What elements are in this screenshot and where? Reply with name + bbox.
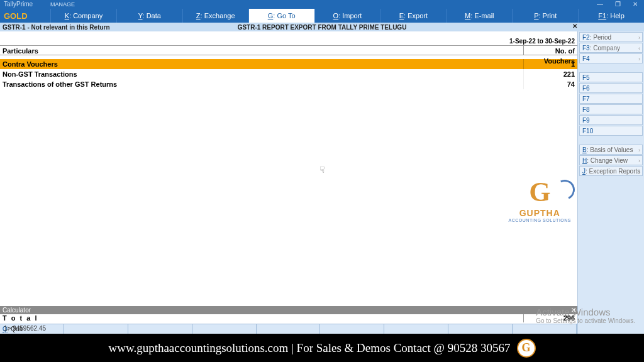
side-f2-period[interactable]: F2: Period› (579, 32, 643, 42)
side-f7[interactable]: F7 (579, 94, 643, 104)
col-vouchers: No. of Vouchers (523, 46, 577, 55)
close-button[interactable]: ✕ (626, 0, 644, 9)
column-header: Particulars No. of Vouchers (0, 45, 577, 55)
table-row[interactable]: Transactions of other GST Returns 74 (0, 79, 577, 89)
total-label: T o t a l (0, 313, 523, 322)
menu-items: K: Company Y: Data Z: Exchange G: Go To … (50, 9, 644, 23)
table-row[interactable]: Contra Vouchers 1 (0, 59, 577, 69)
report-close-icon[interactable]: ✕ (572, 23, 577, 30)
main-area: 1-Sep-22 to 30-Sep-22 Particulars No. of… (0, 31, 644, 334)
menu-data[interactable]: Y: Data (116, 9, 182, 23)
side-f3-company[interactable]: F3: Company‹ (579, 43, 643, 53)
maximize-button[interactable]: ❐ (609, 0, 626, 9)
footer-badge-icon: G (517, 339, 536, 358)
manage-label: MANAGE (50, 0, 75, 9)
side-exception-reports[interactable]: J: Exception Reports› (579, 166, 643, 176)
calculator-output: 1> 9459562.45 (0, 324, 580, 332)
row-label: Transactions of other GST Returns (0, 79, 523, 89)
col-particulars: Particulars (0, 46, 523, 55)
table-row[interactable]: Non-GST Transactions 221 (0, 69, 577, 79)
menu-import[interactable]: O: Import (314, 9, 380, 23)
menu-help[interactable]: F1: Help (578, 9, 644, 23)
footer-banner: www.gupthaaccountingsolutions.com | For … (0, 334, 644, 362)
menu-export[interactable]: E: Export (380, 9, 446, 23)
menu-goto[interactable]: G: Go To (248, 9, 314, 23)
window-controls: — ❐ ✕ (591, 0, 644, 9)
side-f9[interactable]: F9 (579, 115, 643, 125)
total-value: 296 (523, 313, 577, 322)
app-name: TallyPrime (0, 1, 33, 8)
report-subtitle: GSTR-1 - Not relevant in this Return (0, 24, 110, 31)
side-f10[interactable]: F10 (579, 126, 643, 136)
row-label: Contra Vouchers (0, 59, 523, 69)
menu-bar: GOLD K: Company Y: Data Z: Exchange G: G… (0, 9, 644, 23)
edition-label: GOLD (0, 11, 50, 21)
logo-sub: ACCOUNTING SOLUTIONS (509, 218, 571, 222)
watermark-logo: G GUPTHA ACCOUNTING SOLUTIONS (509, 176, 571, 222)
side-panel: F2: Period› F3: Company‹ F4› F5 F6 F7 F8… (577, 31, 644, 334)
footer-text: www.gupthaaccountingsolutions.com | For … (108, 341, 510, 355)
menu-exchange[interactable]: Z: Exchange (182, 9, 248, 23)
calculator-close-icon[interactable]: ✕ (571, 306, 576, 314)
report-header: GSTR-1 - Not relevant in this Return GST… (0, 23, 644, 31)
minimize-button[interactable]: — (591, 0, 609, 9)
logo-g: G (509, 176, 571, 208)
cursor-icon: ☟ (319, 165, 325, 175)
logo-name: GUPTHA (509, 208, 571, 218)
row-value: 1 (523, 59, 577, 69)
side-basis-values[interactable]: B: Basis of Values› (579, 145, 643, 155)
period-label: 1-Sep-22 to 30-Sep-22 (509, 38, 577, 45)
calculator-bar: Calculator ✕ (0, 306, 577, 314)
side-f6[interactable]: F6 (579, 83, 643, 93)
menu-print[interactable]: P: Print (512, 9, 578, 23)
side-change-view[interactable]: H: Change View› (579, 155, 643, 165)
side-f5[interactable]: F5 (579, 72, 643, 82)
period-row: 1-Sep-22 to 30-Sep-22 (0, 31, 577, 45)
menu-email[interactable]: M: E-mail (446, 9, 512, 23)
menu-company[interactable]: K: Company (50, 9, 116, 23)
report-title: GSTR-1 REPORT EXPORT FROM TALLY PRIME TE… (238, 24, 407, 31)
row-value: 74 (523, 79, 577, 89)
calculator-title: Calculator (3, 307, 31, 314)
row-label: Non-GST Transactions (0, 69, 523, 79)
title-bar: TallyPrime MANAGE — ❐ ✕ (0, 0, 644, 9)
side-f8[interactable]: F8 (579, 104, 643, 114)
report-pane: 1-Sep-22 to 30-Sep-22 Particulars No. of… (0, 31, 577, 334)
row-value: 221 (523, 69, 577, 79)
side-f4[interactable]: F4› (579, 53, 643, 63)
